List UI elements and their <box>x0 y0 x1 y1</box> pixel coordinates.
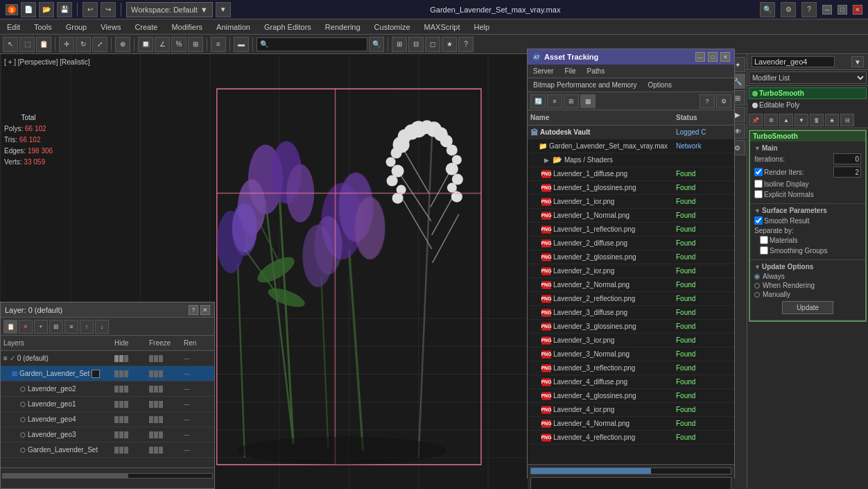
layer-help-btn[interactable]: ? <box>189 305 198 315</box>
menu-maxscript[interactable]: MAXScript <box>417 22 467 33</box>
mod-collapse-btn[interactable]: ⊟ <box>840 114 854 126</box>
asset-row-maxfile[interactable]: 📁 Garden_Lavender_Set_max_vray.max Netwo… <box>528 139 734 153</box>
rotate-btn[interactable]: ↻ <box>76 37 91 52</box>
asset-row-lav1-refl[interactable]: PNG Lavender_1_reflection.png Found <box>528 223 734 237</box>
asset-row-lav4-refl[interactable]: PNG Lavender_4_reflection.png Found <box>528 431 734 445</box>
layer-row-geo2[interactable]: ⬡ Lavender_geo2 — <box>1 381 214 397</box>
asset-menu-server[interactable]: Server <box>528 66 559 76</box>
asset-row-lav3-norm[interactable]: PNG Lavender_3_Normal.png Found <box>528 348 734 361</box>
layer-highlight-btn[interactable]: ↑ <box>80 320 94 334</box>
asset-list-view-btn[interactable]: ≡ <box>547 94 562 108</box>
materials-checkbox[interactable] <box>760 236 768 244</box>
search-go-btn[interactable]: 🔍 <box>369 37 384 52</box>
asset-tree-view-btn[interactable]: ⊞ <box>564 94 579 108</box>
select-region-btn[interactable]: ⬚ <box>19 37 35 52</box>
layer-new-btn[interactable]: 📋 <box>3 320 17 334</box>
layer-lowlight-btn[interactable]: ↓ <box>95 320 109 334</box>
asset-row-lav3-diff[interactable]: PNG Lavender_3_diffuse.png Found <box>528 306 734 320</box>
maximize-btn[interactable]: □ <box>837 5 847 15</box>
mod-pin-btn[interactable]: 📌 <box>749 114 763 126</box>
scale-btn[interactable]: ⤢ <box>92 37 107 52</box>
smoothing-checkbox[interactable] <box>760 246 768 255</box>
layer-scrollbar[interactable] <box>2 473 213 479</box>
object-name-input[interactable] <box>752 56 835 67</box>
select-by-name-btn[interactable]: 📋 <box>36 37 51 52</box>
layer-row-garden-set[interactable]: ⊞ Garden_Lavender_Set — <box>1 366 214 381</box>
asset-row-lav2-ior[interactable]: PNG Lavender_2_ior.png Found <box>528 264 734 278</box>
iterations-input[interactable] <box>833 153 861 164</box>
tool2-btn[interactable]: ⊟ <box>408 37 424 52</box>
layer-select-layer-btn[interactable]: ≡ <box>64 320 78 334</box>
asset-row-maps[interactable]: ▶ 📂 Maps / Shaders <box>528 153 734 167</box>
mod-delete-btn[interactable]: 🗑 <box>810 114 824 126</box>
layer-mgr-btn[interactable]: ≡ <box>211 37 226 52</box>
asset-row-lav4-diff[interactable]: PNG Lavender_4_diffuse.png Found <box>528 375 734 389</box>
asset-row-lav3-refl[interactable]: PNG Lavender_3_reflection.png Found <box>528 361 734 375</box>
layer-add-object-btn[interactable]: + <box>34 320 48 334</box>
minimize-btn[interactable]: ─ <box>822 5 832 15</box>
workspace-options-btn[interactable]: ▼ <box>216 2 231 17</box>
menu-modifiers[interactable]: Modifiers <box>164 22 209 33</box>
spinner-snap-btn[interactable]: ⊞ <box>188 37 203 52</box>
menu-create[interactable]: Create <box>128 22 164 33</box>
search-icon[interactable]: 🔍 <box>760 2 775 17</box>
asset-row-lav2-norm[interactable]: PNG Lavender_2_Normal.png Found <box>528 278 734 292</box>
update-button[interactable]: Update <box>782 301 833 314</box>
save-file-btn[interactable]: 💾 <box>57 2 72 17</box>
layer-title-bar[interactable]: Layer: 0 (default) ? ✕ <box>1 302 214 318</box>
help2-btn[interactable]: ? <box>458 37 474 52</box>
undo-btn[interactable]: ↩ <box>83 2 98 17</box>
asset-restore-btn[interactable]: □ <box>708 52 718 62</box>
asset-row-lav4-ior[interactable]: PNG Lavender_4_ior.png Found <box>528 403 734 417</box>
render-iters-input[interactable] <box>833 166 861 178</box>
tool3-btn[interactable]: ◻ <box>425 37 440 52</box>
layer-select-obj-btn[interactable]: ⊞ <box>49 320 63 334</box>
asset-row-lav4-gloss[interactable]: PNG Lavender_4_glossines.png Found <box>528 389 734 403</box>
redo-btn[interactable]: ↪ <box>101 2 116 17</box>
menu-tools[interactable]: Tools <box>27 22 59 33</box>
settings-icon[interactable]: ⚙ <box>781 2 796 17</box>
asset-row-lav3-ior[interactable]: PNG Lavender_3_ior.png Found <box>528 334 734 348</box>
angle-snap-btn[interactable]: ∠ <box>155 37 170 52</box>
isoline-checkbox[interactable] <box>754 180 763 188</box>
layer-scrollbar-thumb[interactable] <box>3 474 128 478</box>
always-radio[interactable] <box>754 274 760 280</box>
menu-animation[interactable]: Animation <box>209 22 257 33</box>
ribbon-btn[interactable]: ▬ <box>234 37 249 52</box>
layer-close-btn[interactable]: ✕ <box>200 305 210 315</box>
layer-row-geo4[interactable]: ⬡ Lavender_geo4 — <box>1 412 214 427</box>
bookmark-btn[interactable]: ★ <box>442 37 457 52</box>
explicit-checkbox[interactable] <box>754 190 763 198</box>
asset-menu-paths[interactable]: Paths <box>582 66 611 76</box>
layer-row-geo3[interactable]: ⬡ Lavender_geo3 — <box>1 427 214 443</box>
mod-move-down-btn[interactable]: ▼ <box>795 114 808 126</box>
menu-customize[interactable]: Customize <box>367 22 417 33</box>
new-file-btn[interactable]: 📄 <box>21 2 36 17</box>
asset-row-lav1-diff[interactable]: PNG Lavender_1_diffuse.png Found <box>528 167 734 181</box>
tool1-btn[interactable]: ⊞ <box>392 37 407 52</box>
asset-row-lav1-ior[interactable]: PNG Lavender_1_ior.png Found <box>528 195 734 209</box>
menu-graph-editors[interactable]: Graph Editors <box>257 22 318 33</box>
asset-row-lav1-norm[interactable]: PNG Lavender_1_Normal.png Found <box>528 209 734 223</box>
asset-row-lav1-gloss[interactable]: PNG Lavender_1_glossines.png Found <box>528 181 734 195</box>
search-input[interactable] <box>257 37 367 51</box>
menu-views[interactable]: Views <box>94 22 128 33</box>
select-btn[interactable]: ↖ <box>3 37 18 52</box>
asset-sub-bitmap[interactable]: Bitmap Performance and Memory <box>528 80 643 90</box>
asset-row-lav4-norm[interactable]: PNG Lavender_4_Normal.png Found <box>528 417 734 431</box>
move-btn[interactable]: ✛ <box>59 37 74 52</box>
modifier-editable-poly-item[interactable]: Editable Poly <box>749 99 867 111</box>
menu-group[interactable]: Group <box>59 22 94 33</box>
asset-list[interactable]: 🏛 Autodesk Vault Logged C 📁 Garden_Laven… <box>528 126 734 464</box>
object-color-swatch[interactable]: ▼ <box>851 56 864 67</box>
manually-radio[interactable] <box>754 292 760 298</box>
render-iters-checkbox[interactable] <box>754 168 763 176</box>
asset-row-lav2-diff[interactable]: PNG Lavender_2_diffuse.png Found <box>528 237 734 250</box>
layer-row-garden-set-item[interactable]: ⬡ Garden_Lavender_Set — <box>1 443 214 458</box>
mod-config-btn[interactable]: ⚙ <box>764 114 778 126</box>
snaps-btn[interactable]: 🔲 <box>138 37 153 52</box>
when-rendering-radio[interactable] <box>754 283 760 289</box>
asset-title-bar[interactable]: AT Asset Tracking — □ ✕ <box>528 49 734 65</box>
menu-help[interactable]: Help <box>467 22 497 33</box>
asset-close-btn[interactable]: ✕ <box>720 52 730 62</box>
